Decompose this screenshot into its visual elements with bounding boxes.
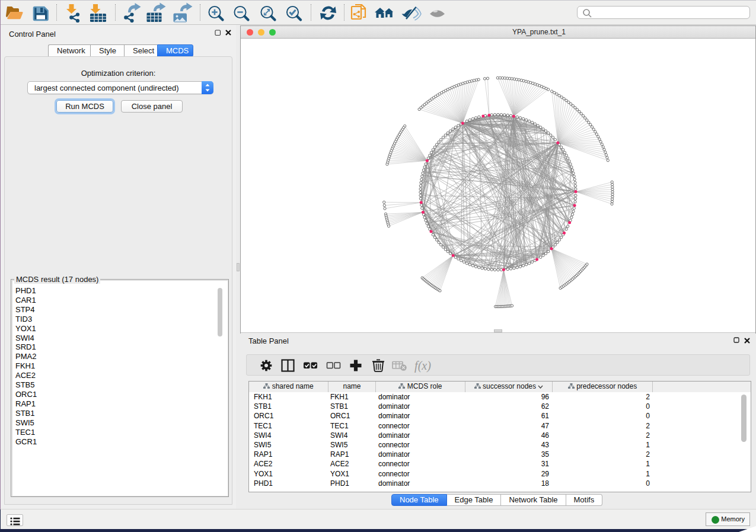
svg-text:f(x): f(x) — [414, 359, 431, 373]
